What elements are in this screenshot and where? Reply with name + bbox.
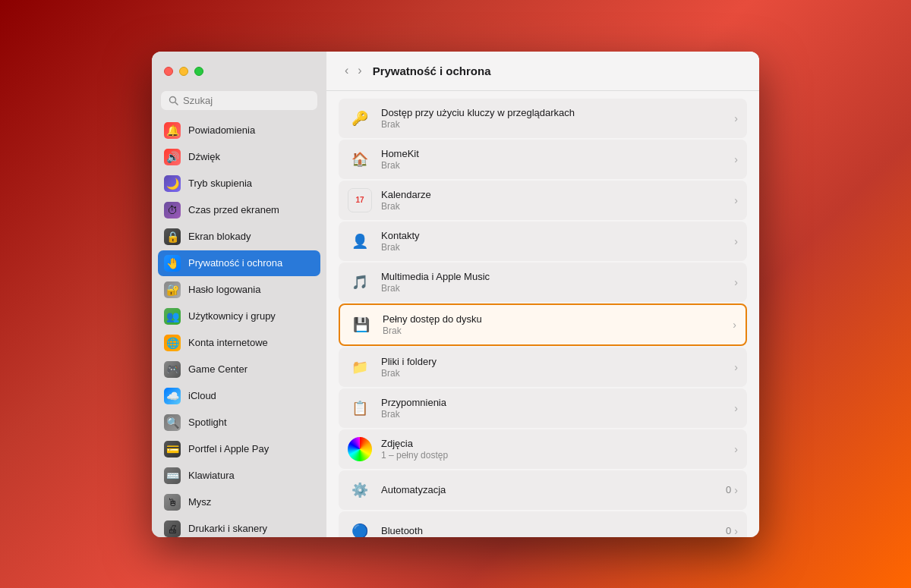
sidebar-item-drukarki[interactable]: 🖨Drukarki i skanery [158, 516, 320, 537]
bluetooth-text: Bluetooth [381, 525, 726, 536]
klucze-text: Dostęp przy użyciu kluczy w przeglądarka… [381, 107, 734, 130]
pelny-dostep-subtitle: Brak [383, 325, 733, 336]
przypomnienia-text: PrzypomnieniaBrak [381, 397, 734, 420]
przypomnienia-right: › [734, 402, 738, 414]
list-row-kontakty[interactable]: 👤KontaktyBrak› [339, 222, 747, 261]
prywatnosc-icon: 🤚 [164, 255, 181, 272]
list-row-multimedia[interactable]: 🎵Multimedia i Apple MusicBrak› [339, 263, 747, 302]
sidebar-item-label-ekran-blokady: Ekran blokady [188, 231, 251, 242]
sidebar-item-label-powiadomienia: Powiadomienia [188, 124, 255, 136]
sidebar-item-label-klawiatura: Klawiatura [188, 470, 235, 481]
list-row-automatyzacja[interactable]: ⚙️Automatyzacja0› [339, 470, 747, 510]
pliki-right: › [734, 361, 738, 373]
sidebar-items-list: 🔔Powiadomienia🔊Dźwięk🌙Tryb skupienia⏱Cza… [152, 118, 326, 537]
przypomnienia-subtitle: Brak [381, 409, 734, 420]
sidebar-item-label-prywatnosc: Prywatność i ochrona [188, 257, 282, 269]
dzwiek-icon: 🔊 [164, 149, 181, 165]
content-list: 🔑Dostęp przy użyciu kluczy w przeglądark… [326, 91, 759, 537]
homekit-text: HomeKitBrak [381, 148, 734, 171]
zdjecia-icon [348, 437, 372, 461]
sidebar-item-konta[interactable]: 🌐Konta internetowe [158, 330, 320, 356]
sidebar-item-haslo[interactable]: 🔐Hasło logowania [158, 277, 320, 303]
kalendarze-subtitle: Brak [381, 201, 734, 212]
pelny-dostep-chevron: › [733, 319, 736, 331]
uzytkownicy-icon: 👥 [164, 308, 181, 325]
automatyzacja-badge: 0 [726, 484, 731, 495]
sidebar-item-mysz[interactable]: 🖱Mysz [158, 489, 320, 515]
bluetooth-badge: 0 [726, 525, 731, 536]
sidebar-item-uzytkownicy[interactable]: 👥Użytkownicy i grupy [158, 303, 320, 329]
klucze-right: › [734, 112, 738, 124]
homekit-title: HomeKit [381, 148, 734, 159]
search-input[interactable] [183, 95, 310, 106]
zdjecia-chevron: › [734, 443, 738, 455]
sidebar-item-czas-przed-ekranem[interactable]: ⏱Czas przed ekranem [158, 197, 320, 223]
pelny-dostep-title: Pełny dostęp do dysku [383, 313, 733, 325]
pelny-dostep-text: Pełny dostęp do dyskuBrak [383, 313, 733, 336]
automatyzacja-icon: ⚙️ [348, 478, 372, 502]
title-bar [152, 52, 326, 91]
sidebar-item-label-mysz: Mysz [188, 496, 211, 508]
pelny-dostep-icon: 💾 [349, 313, 374, 337]
close-button[interactable] [164, 67, 173, 76]
pelny-dostep-right: › [733, 319, 736, 331]
list-row-pelny-dostep[interactable]: 💾Pełny dostęp do dyskuBrak› [339, 303, 747, 346]
forward-button[interactable]: › [355, 62, 364, 79]
list-row-klucze[interactable]: 🔑Dostęp przy użyciu kluczy w przeglądark… [339, 99, 747, 138]
list-row-bluetooth[interactable]: 🔵Bluetooth0› [339, 511, 747, 537]
pliki-subtitle: Brak [381, 368, 734, 379]
zdjecia-title: Zdjęcia [381, 438, 734, 449]
powiadomienia-icon: 🔔 [164, 122, 181, 139]
sidebar-item-gamecenter[interactable]: 🎮Game Center [158, 357, 320, 382]
sidebar-item-dzwiek[interactable]: 🔊Dźwięk [158, 144, 320, 170]
kalendarze-title: Kalendarze [381, 189, 734, 200]
kalendarze-chevron: › [734, 194, 738, 206]
zdjecia-text: Zdjęcia1 – pełny dostęp [381, 438, 734, 461]
czas-przed-ekranem-icon: ⏱ [164, 202, 181, 219]
kontakty-right: › [734, 235, 738, 247]
sidebar-item-klawiatura[interactable]: ⌨️Klawiatura [158, 463, 320, 489]
homekit-subtitle: Brak [381, 160, 734, 171]
sidebar-item-label-tryb-skupienia: Tryb skupienia [188, 178, 252, 189]
page-title: Prywatność i ochrona [373, 64, 491, 77]
automatyzacja-right: 0› [726, 484, 738, 496]
tryb-skupienia-icon: 🌙 [164, 175, 181, 192]
icloud-icon: ☁️ [164, 388, 181, 404]
sidebar-item-prywatnosc[interactable]: 🤚Prywatność i ochrona [158, 250, 320, 276]
sidebar-item-label-dzwiek: Dźwięk [188, 151, 220, 162]
drukarki-icon: 🖨 [164, 520, 181, 537]
maximize-button[interactable] [194, 67, 203, 76]
minimize-button[interactable] [179, 67, 188, 76]
list-row-pliki[interactable]: 📁Pliki i folderyBrak› [339, 347, 747, 387]
sidebar-item-portfel[interactable]: 💳Portfel i Apple Pay [158, 436, 320, 462]
konta-icon: 🌐 [164, 335, 181, 351]
homekit-chevron: › [734, 153, 738, 165]
sidebar-item-spotlight[interactable]: 🔍Spotlight [158, 410, 320, 435]
przypomnienia-title: Przypomnienia [381, 397, 734, 408]
klucze-icon: 🔑 [348, 106, 372, 130]
main-content: ‹ › Prywatność i ochrona 🔑Dostęp przy uż… [326, 52, 759, 537]
automatyzacja-chevron: › [734, 484, 738, 496]
sidebar-item-icloud[interactable]: ☁️iCloud [158, 383, 320, 409]
bluetooth-icon: 🔵 [348, 519, 372, 537]
list-row-homekit[interactable]: 🏠HomeKitBrak› [339, 140, 747, 179]
pliki-title: Pliki i foldery [381, 356, 734, 367]
list-row-przypomnienia[interactable]: 📋PrzypomnieniaBrak› [339, 388, 747, 428]
kontakty-title: Kontakty [381, 230, 734, 241]
bluetooth-right: 0› [726, 525, 738, 537]
sidebar-item-tryb-skupienia[interactable]: 🌙Tryb skupienia [158, 171, 320, 197]
zdjecia-subtitle: 1 – pełny dostęp [381, 450, 734, 461]
search-bar[interactable] [161, 91, 317, 110]
sidebar-item-ekran-blokady[interactable]: 🔒Ekran blokady [158, 224, 320, 250]
sidebar-item-powiadomienia[interactable]: 🔔Powiadomienia [158, 118, 320, 143]
kontakty-icon: 👤 [348, 229, 372, 253]
przypomnienia-icon: 📋 [348, 396, 372, 420]
spotlight-icon: 🔍 [164, 414, 181, 431]
zdjecia-right: › [734, 443, 738, 455]
multimedia-icon: 🎵 [348, 270, 372, 294]
kalendarze-right: › [734, 194, 738, 206]
nav-arrows: ‹ › [342, 62, 365, 79]
back-button[interactable]: ‹ [342, 62, 351, 79]
list-row-zdjecia[interactable]: Zdjęcia1 – pełny dostęp› [339, 429, 747, 469]
list-row-kalendarze[interactable]: 17KalendarzeBrak› [339, 181, 747, 220]
